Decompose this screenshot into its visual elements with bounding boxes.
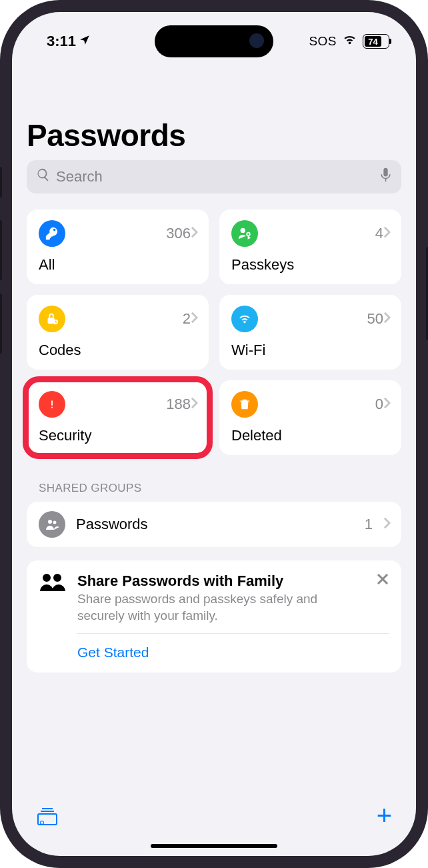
- card-passkeys[interactable]: 4 Passkeys: [219, 209, 401, 284]
- svg-point-0: [241, 228, 245, 233]
- dynamic-island: [155, 25, 273, 57]
- close-icon[interactable]: [376, 572, 389, 588]
- home-indicator[interactable]: [151, 844, 277, 848]
- passkey-icon: [231, 220, 258, 247]
- status-time: 3:11: [47, 33, 76, 50]
- card-count: 2: [183, 310, 191, 328]
- chevron-right-icon: [383, 226, 391, 241]
- alert-icon: [39, 391, 65, 418]
- collections-icon[interactable]: [36, 805, 59, 831]
- chevron-right-icon: [191, 226, 198, 241]
- share-family-promo: Share Passwords with Family Share passwo…: [27, 560, 401, 673]
- chevron-right-icon: [191, 312, 198, 326]
- card-count: 188: [166, 396, 191, 413]
- trash-icon: [231, 391, 258, 418]
- promo-subtitle: Share passwords and passkeys safely and …: [77, 591, 364, 624]
- screen: 3:11 SOS 74 Passwords: [12, 12, 416, 856]
- battery-level: 74: [365, 36, 381, 47]
- sos-indicator: SOS: [309, 34, 337, 49]
- list-item-label: Passwords: [76, 516, 354, 533]
- mute-switch: [0, 167, 2, 197]
- card-count: 50: [367, 310, 383, 328]
- search-placeholder: Search: [56, 168, 374, 185]
- phone-frame: 3:11 SOS 74 Passwords: [0, 0, 428, 868]
- volume-up-button: [0, 220, 2, 280]
- highlight-annotation: [23, 376, 213, 459]
- key-icon: [39, 220, 65, 247]
- chevron-right-icon: [383, 397, 391, 412]
- card-count: 0: [375, 396, 383, 413]
- svg-point-6: [43, 574, 51, 582]
- family-icon: [39, 572, 65, 595]
- list-item-count: 1: [365, 516, 373, 533]
- lock-clock-icon: [39, 306, 65, 332]
- volume-down-button: [0, 294, 2, 354]
- group-icon: [39, 511, 65, 538]
- svg-point-1: [247, 233, 250, 236]
- promo-title: Share Passwords with Family: [77, 572, 364, 590]
- chevron-right-icon: [383, 517, 391, 532]
- card-label: All: [39, 256, 198, 274]
- card-deleted[interactable]: 0 Deleted: [219, 380, 401, 455]
- wifi-icon: [342, 32, 357, 51]
- wifi-icon: [231, 306, 258, 332]
- location-icon: [79, 33, 91, 50]
- shared-group-passwords[interactable]: Passwords 1: [27, 502, 401, 547]
- shared-groups-header: SHARED GROUPS: [27, 482, 401, 495]
- card-label: Wi-Fi: [231, 342, 391, 359]
- page-title: Passwords: [27, 117, 401, 153]
- card-label: Deleted: [231, 427, 391, 444]
- svg-point-5: [53, 521, 57, 524]
- card-codes[interactable]: 2 Codes: [27, 295, 209, 370]
- card-wifi[interactable]: 50 Wi-Fi: [219, 295, 401, 370]
- card-count: 306: [166, 225, 191, 242]
- battery-icon: 74: [363, 34, 389, 49]
- card-security[interactable]: 188 Security: [27, 380, 209, 455]
- svg-point-7: [53, 574, 61, 582]
- main-content: Passwords Search: [12, 59, 416, 796]
- card-all[interactable]: 306 All: [27, 209, 209, 284]
- shared-groups-list: Passwords 1: [27, 502, 401, 547]
- category-grid: 306 All 4: [27, 209, 401, 455]
- mic-icon[interactable]: [379, 167, 392, 187]
- svg-point-4: [48, 520, 52, 524]
- chevron-right-icon: [383, 312, 391, 326]
- get-started-button[interactable]: Get Started: [39, 634, 389, 673]
- chevron-right-icon: [191, 397, 198, 412]
- card-label: Security: [39, 427, 198, 444]
- search-field[interactable]: Search: [27, 160, 401, 193]
- card-label: Passkeys: [231, 256, 391, 274]
- card-label: Codes: [39, 342, 198, 359]
- card-count: 4: [375, 225, 383, 242]
- add-button[interactable]: +: [377, 805, 392, 825]
- status-left: 3:11: [47, 33, 91, 50]
- status-right: SOS 74: [309, 32, 389, 51]
- search-icon: [36, 167, 51, 186]
